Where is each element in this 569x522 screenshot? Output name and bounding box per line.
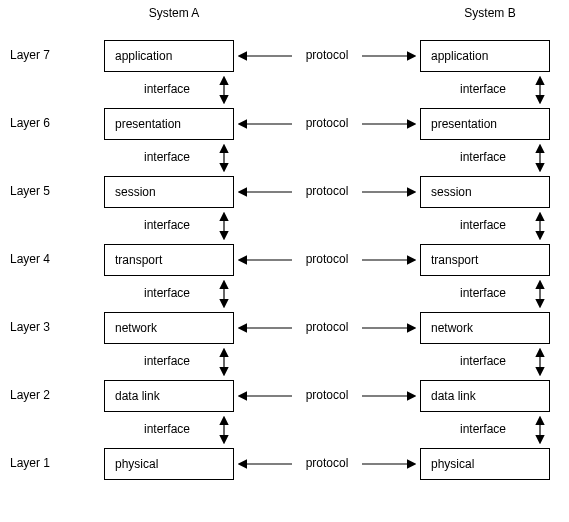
- interface-a-34: interface: [144, 286, 204, 300]
- layer-label-2: Layer 2: [10, 388, 70, 402]
- layer-label-6: Layer 6: [10, 116, 70, 130]
- layer-label-1: Layer 1: [10, 456, 70, 470]
- box-b-presentation: presentation: [420, 108, 550, 140]
- interface-b-45: interface: [460, 218, 520, 232]
- layer-label-3: Layer 3: [10, 320, 70, 334]
- box-b-datalink: data link: [420, 380, 550, 412]
- box-a-network: network: [104, 312, 234, 344]
- box-b-application-text: application: [431, 49, 488, 63]
- interface-a-12: interface: [144, 422, 204, 436]
- box-a-presentation: presentation: [104, 108, 234, 140]
- header-system-b: System B: [420, 6, 560, 20]
- protocol-label-1: protocol: [297, 456, 357, 470]
- box-b-network: network: [420, 312, 550, 344]
- protocol-label-6: protocol: [297, 116, 357, 130]
- box-a-transport-text: transport: [115, 253, 162, 267]
- box-a-physical-text: physical: [115, 457, 158, 471]
- box-b-session-text: session: [431, 185, 472, 199]
- protocol-label-3: protocol: [297, 320, 357, 334]
- box-a-session: session: [104, 176, 234, 208]
- box-a-presentation-text: presentation: [115, 117, 181, 131]
- box-b-physical: physical: [420, 448, 550, 480]
- box-b-presentation-text: presentation: [431, 117, 497, 131]
- interface-a-67: interface: [144, 82, 204, 96]
- protocol-label-2: protocol: [297, 388, 357, 402]
- protocol-label-4: protocol: [297, 252, 357, 266]
- osi-diagram: System A System B Layer 7 application ap…: [0, 0, 569, 522]
- box-a-session-text: session: [115, 185, 156, 199]
- interface-b-34: interface: [460, 286, 520, 300]
- box-a-datalink: data link: [104, 380, 234, 412]
- box-b-application: application: [420, 40, 550, 72]
- box-a-application: application: [104, 40, 234, 72]
- protocol-label-5: protocol: [297, 184, 357, 198]
- interface-b-56: interface: [460, 150, 520, 164]
- layer-label-7: Layer 7: [10, 48, 70, 62]
- box-b-physical-text: physical: [431, 457, 474, 471]
- layer-label-5: Layer 5: [10, 184, 70, 198]
- box-b-datalink-text: data link: [431, 389, 476, 403]
- box-b-session: session: [420, 176, 550, 208]
- interface-b-23: interface: [460, 354, 520, 368]
- box-b-transport-text: transport: [431, 253, 478, 267]
- layer-label-4: Layer 4: [10, 252, 70, 266]
- box-a-datalink-text: data link: [115, 389, 160, 403]
- box-b-transport: transport: [420, 244, 550, 276]
- protocol-label-7: protocol: [297, 48, 357, 62]
- box-a-network-text: network: [115, 321, 157, 335]
- box-a-physical: physical: [104, 448, 234, 480]
- box-a-application-text: application: [115, 49, 172, 63]
- box-a-transport: transport: [104, 244, 234, 276]
- header-system-a: System A: [104, 6, 244, 20]
- interface-b-67: interface: [460, 82, 520, 96]
- interface-a-56: interface: [144, 150, 204, 164]
- interface-a-45: interface: [144, 218, 204, 232]
- interface-a-23: interface: [144, 354, 204, 368]
- interface-b-12: interface: [460, 422, 520, 436]
- box-b-network-text: network: [431, 321, 473, 335]
